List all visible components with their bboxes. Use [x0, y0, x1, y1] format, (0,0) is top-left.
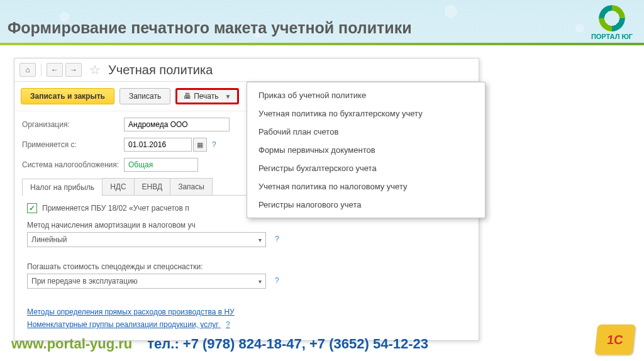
chevron-down-icon: ▾ — [258, 236, 262, 243]
date-label: Применяется с: — [22, 140, 124, 149]
portal-logo-text: ПОРТАЛ ЮГ — [591, 33, 633, 40]
slide-title: Формирование печатного макета учетной по… — [8, 19, 412, 37]
amort-value: Линейный — [31, 235, 67, 244]
spec-value: При передаче в эксплуатацию — [31, 277, 138, 286]
save-button[interactable]: Записать — [119, 88, 170, 104]
menu-acc-registers[interactable]: Регистры бухгалтерского учета — [247, 159, 485, 177]
help-icon[interactable]: ? — [275, 235, 279, 243]
tax-label: Система налогообложения: — [22, 160, 124, 169]
tab-nds[interactable]: НДС — [102, 178, 134, 195]
help-icon[interactable]: ? — [275, 276, 279, 285]
form-title: Учетная политика — [108, 63, 213, 77]
tab-profit-tax[interactable]: Налог на прибыль — [22, 179, 103, 196]
chevron-down-icon: ▼ — [225, 93, 231, 100]
menu-policy-acc[interactable]: Учетная политика по бухгалтерскому учету — [247, 104, 485, 123]
menu-primary-forms[interactable]: Формы первичных документов — [247, 141, 485, 159]
chevron-down-icon: ▾ — [258, 278, 262, 285]
calendar-icon[interactable]: ▦ — [193, 138, 207, 152]
org-label: Организация: — [22, 120, 124, 129]
tab-envd[interactable]: ЕНВД — [134, 178, 171, 195]
printer-icon: 🖶 — [184, 92, 191, 101]
forward-button[interactable]: → — [65, 63, 82, 77]
help-icon[interactable]: ? — [212, 140, 216, 149]
pbu-label: Применяется ПБУ 18/02 «Учет расчетов п — [42, 204, 189, 213]
amort-label: Метод начисления амортизации в налоговом… — [27, 221, 466, 230]
logo-1c: 1С — [594, 325, 635, 355]
link-nomenclature[interactable]: Номенклатурные группы реализации продукц… — [27, 320, 466, 329]
help-icon[interactable]: ? — [226, 320, 230, 329]
menu-prikaz[interactable]: Приказ об учетной политике — [247, 86, 485, 104]
home-button[interactable]: ⌂ — [19, 63, 36, 77]
spec-label: Погашать стоимость спецодежды и спецосна… — [27, 262, 466, 271]
portal-logo: ПОРТАЛ ЮГ — [591, 5, 633, 40]
link-direct-costs[interactable]: Методы определения прямых расходов произ… — [27, 308, 466, 316]
amort-select[interactable]: Линейный ▾ — [27, 232, 266, 247]
footer-tel: тел.: +7 (978) 824-18-47, +7 (3652) 54-1… — [147, 336, 428, 352]
star-icon[interactable]: ☆ — [89, 62, 101, 77]
tax-input[interactable] — [124, 158, 198, 172]
print-button[interactable]: 🖶 Печать ▼ — [175, 88, 239, 104]
org-input[interactable] — [124, 118, 230, 131]
print-dropdown: Приказ об учетной политике Учетная полит… — [247, 82, 486, 218]
back-button[interactable]: ← — [47, 63, 63, 77]
pbu-checkbox[interactable]: ✓ — [27, 203, 37, 213]
nav-bar: ⌂ ← → ☆ Учетная политика — [14, 58, 479, 82]
date-input[interactable] — [124, 138, 192, 152]
menu-chart-accounts[interactable]: Рабочий план счетов — [247, 123, 485, 141]
portal-logo-icon — [599, 5, 625, 31]
print-label: Печать — [194, 92, 218, 101]
save-close-button[interactable]: Записать и закрыть — [21, 88, 114, 104]
menu-policy-tax[interactable]: Учетная политика по налоговому учету — [247, 177, 485, 196]
footer: www.portal-yug.ru тел.: +7 (978) 824-18-… — [11, 336, 633, 352]
menu-tax-registers[interactable]: Регистры налогового учета — [247, 196, 485, 214]
spec-select[interactable]: При передаче в эксплуатацию ▾ — [27, 274, 266, 289]
footer-url: www.portal-yug.ru — [11, 336, 132, 352]
tab-stock[interactable]: Запасы — [170, 178, 213, 195]
